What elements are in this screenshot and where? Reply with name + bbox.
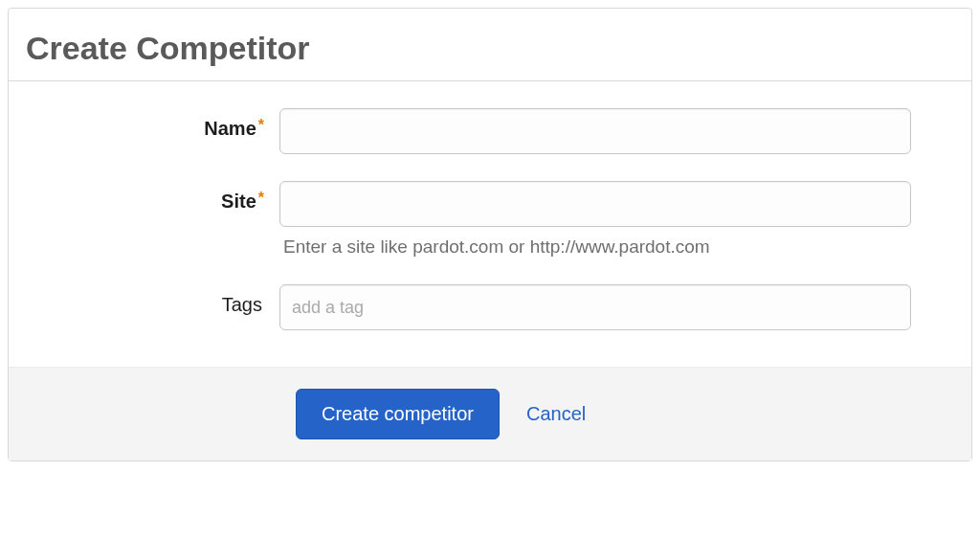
site-label-wrapper: Site* xyxy=(26,181,279,213)
required-icon: * xyxy=(258,190,264,206)
site-label: Site xyxy=(221,191,256,212)
required-icon: * xyxy=(258,117,264,133)
tags-label: Tags xyxy=(222,294,262,315)
cancel-link[interactable]: Cancel xyxy=(526,403,586,425)
name-field-col xyxy=(279,108,911,154)
form-area: Name* Site* Enter a site like pardot.com… xyxy=(9,99,971,367)
tags-field-col xyxy=(279,284,911,330)
site-field-col: Enter a site like pardot.com or http://w… xyxy=(279,181,911,258)
button-bar: Create competitor Cancel xyxy=(9,367,971,460)
tags-label-wrapper: Tags xyxy=(26,284,279,316)
create-competitor-panel: Create Competitor Name* Site* Enter a si… xyxy=(8,8,972,461)
create-competitor-button[interactable]: Create competitor xyxy=(296,389,500,439)
site-row: Site* Enter a site like pardot.com or ht… xyxy=(26,181,954,258)
name-label: Name xyxy=(204,118,256,139)
name-row: Name* xyxy=(26,108,954,154)
page-title: Create Competitor xyxy=(9,9,971,81)
tags-row: Tags xyxy=(26,284,954,330)
site-input[interactable] xyxy=(279,181,911,227)
site-help-text: Enter a site like pardot.com or http://w… xyxy=(279,236,911,258)
tags-input[interactable] xyxy=(279,284,911,330)
name-label-wrapper: Name* xyxy=(26,108,279,140)
name-input[interactable] xyxy=(279,108,911,154)
